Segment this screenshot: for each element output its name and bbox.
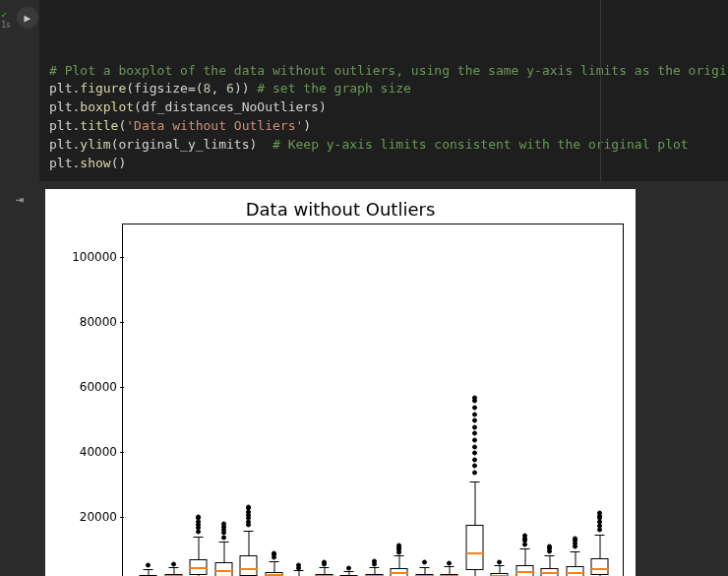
boxplot-group bbox=[474, 223, 475, 576]
boxplot-group bbox=[599, 223, 600, 576]
cell-timing: 1s bbox=[1, 21, 11, 30]
boxplot-group bbox=[499, 223, 500, 576]
boxplot-group bbox=[575, 223, 576, 576]
output-row: ⇥ Data without Outliers 0200004000060000… bbox=[0, 181, 728, 576]
y-tick-label: 60000 bbox=[80, 380, 123, 394]
boxplot-group bbox=[424, 223, 425, 576]
run-cell-button[interactable]: ▶ bbox=[17, 7, 38, 29]
code-line: plt.show() bbox=[49, 155, 718, 173]
plot-title: Data without Outliers bbox=[45, 199, 636, 220]
output-collapse-icon[interactable]: ⇥ bbox=[16, 191, 24, 576]
code-cell: ✓ 1s ▶ # Plot a boxplot of the data with… bbox=[0, 0, 728, 181]
y-tick-label: 80000 bbox=[80, 315, 123, 329]
code-line: # Plot a boxplot of the data without out… bbox=[49, 62, 718, 81]
boxplot-group bbox=[223, 223, 224, 576]
boxplot-group bbox=[549, 223, 550, 576]
boxplot-group bbox=[148, 223, 149, 576]
boxplot-group bbox=[449, 223, 450, 576]
boxplot-group bbox=[374, 223, 375, 576]
checkmark-icon: ✓ bbox=[1, 9, 7, 20]
output-gutter: ⇥ bbox=[0, 181, 39, 576]
cell-status-icon: ✓ 1s bbox=[1, 6, 11, 30]
boxplot-group bbox=[273, 223, 274, 576]
y-tick-label: 100000 bbox=[72, 250, 123, 264]
code-line: plt.ylim(original_y_limits) # Keep y-axi… bbox=[49, 136, 718, 155]
boxplot-group bbox=[248, 223, 249, 576]
boxplot-group bbox=[198, 223, 199, 576]
play-icon: ▶ bbox=[25, 12, 31, 25]
code-line: plt.boxplot(df_distances_NoOutliers) bbox=[49, 98, 718, 117]
code-editor[interactable]: # Plot a boxplot of the data without out… bbox=[39, 0, 728, 181]
boxplot-group bbox=[398, 223, 399, 576]
boxplot-group bbox=[524, 223, 525, 576]
boxplot-group bbox=[298, 223, 299, 576]
y-tick-label: 40000 bbox=[80, 445, 123, 459]
boxplot-group bbox=[173, 223, 174, 576]
matplotlib-figure: Data without Outliers 020000400006000080… bbox=[45, 189, 636, 576]
cell-gutter: ✓ 1s ▶ bbox=[0, 0, 39, 181]
code-line: plt.figure(figsize=(8, 6)) # set the gra… bbox=[49, 80, 718, 98]
y-tick-label: 20000 bbox=[80, 510, 123, 524]
code-line: plt.title('Data without Outliers') bbox=[49, 117, 718, 136]
boxplot-group bbox=[324, 223, 325, 576]
boxplot-group bbox=[348, 223, 349, 576]
editor-ruler bbox=[600, 0, 601, 181]
plot-axes: 0200004000060000800001000001234567891011… bbox=[122, 224, 624, 576]
